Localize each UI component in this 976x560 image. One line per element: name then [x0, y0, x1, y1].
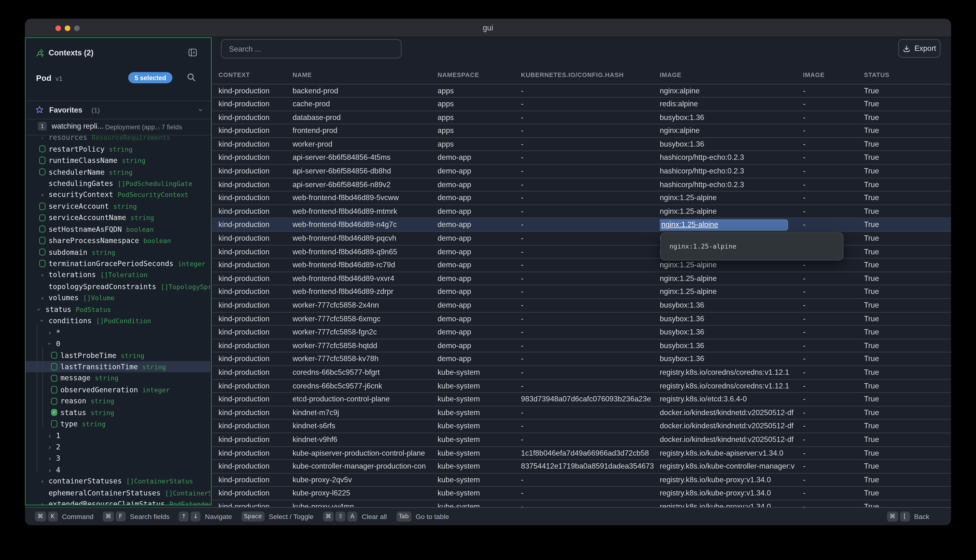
- table-row[interactable]: kind-productionkindnet-v9hf6kube-system-…: [212, 433, 951, 447]
- selected-cell[interactable]: nginx:1.25-alpine: [660, 220, 788, 230]
- table-row[interactable]: kind-productionfrontend-prodapps-nginx:a…: [212, 125, 951, 138]
- tree-item-message[interactable]: messagestring: [25, 372, 211, 384]
- table-row[interactable]: kind-productionkube-proxy-2qv5vkube-syst…: [212, 473, 951, 487]
- tree-expander[interactable]: ›: [45, 467, 55, 473]
- tree-checkbox[interactable]: [49, 398, 59, 405]
- tree-item-ephemeralContainerStatuses[interactable]: ephemeralContainerStatuses[]ContainerSta…: [25, 487, 211, 498]
- tree-item-tolerations[interactable]: ›tolerations[]Toleration: [25, 269, 211, 281]
- tree-expander[interactable]: ›: [37, 135, 47, 141]
- tree-checkbox[interactable]: [37, 237, 47, 244]
- tree-checkbox[interactable]: [49, 352, 59, 359]
- tree-expander[interactable]: ›: [45, 329, 55, 335]
- tree-expander[interactable]: ›: [45, 455, 55, 462]
- tree-checkbox[interactable]: [37, 214, 47, 222]
- favorite-item[interactable]: 1 watching repli... Deployment (app... ·…: [25, 119, 211, 134]
- tree-item-serviceAccountName[interactable]: serviceAccountNamestring: [25, 212, 211, 223]
- table-row[interactable]: kind-productionworker-777cfc5858-hqtddde…: [212, 339, 951, 353]
- tree-item-4[interactable]: ›4: [25, 464, 211, 475]
- tree-item-0[interactable]: ›0: [25, 338, 211, 350]
- tree-checkbox[interactable]: [37, 145, 47, 153]
- table-row[interactable]: kind-productionworker-777cfc5858-6xmgcde…: [212, 312, 951, 326]
- tree-checkbox[interactable]: [37, 203, 47, 210]
- table-row[interactable]: kind-productionworker-777cfc5858-2x4nnde…: [212, 299, 951, 312]
- tree-checkbox[interactable]: [37, 248, 47, 256]
- tree-expander[interactable]: ›: [37, 192, 47, 198]
- tree-item-subdomain[interactable]: subdomainstring: [25, 247, 211, 258]
- table-row[interactable]: kind-productionkube-controller-manager-p…: [212, 460, 951, 473]
- tree-expander[interactable]: ›: [37, 295, 47, 301]
- table-row[interactable]: kind-productionweb-frontend-f8bd46d89-5v…: [212, 192, 951, 205]
- tree-item-securityContext[interactable]: ›securityContextPodSecurityContext: [25, 189, 211, 201]
- tree-checkbox[interactable]: [37, 260, 47, 267]
- table-row[interactable]: kind-productiondatabase-prodapps-busybox…: [212, 111, 951, 125]
- tree-item-containerStatuses[interactable]: ›containerStatuses[]ContainerStatus: [25, 475, 211, 487]
- table-row[interactable]: kind-productionkube-apiserver-production…: [212, 447, 951, 460]
- table-row[interactable]: kind-productionbackend-prodapps-nginx:al…: [212, 84, 951, 98]
- tree-item-conditions[interactable]: ›conditions[]PodCondition: [25, 315, 211, 327]
- table-row[interactable]: kind-productionapi-server-6b6f584856-db8…: [212, 165, 951, 178]
- tree-expander[interactable]: ›: [37, 501, 47, 505]
- table-row[interactable]: kind-productionkube-proxy-l6225kube-syst…: [212, 487, 951, 500]
- tree-checkbox[interactable]: [49, 375, 59, 382]
- tree-item-extendedResourceClaimStatus[interactable]: ›extendedResourceClaimStatusPodExtendedR…: [25, 498, 211, 505]
- tree-expander[interactable]: ›: [45, 341, 55, 347]
- tree-checkbox[interactable]: [37, 157, 47, 164]
- table-row[interactable]: kind-productionkube-proxy-vv4mnkube-syst…: [212, 500, 951, 507]
- tree-item-*[interactable]: ›*: [25, 327, 211, 338]
- tree-checkbox[interactable]: [49, 363, 59, 370]
- tree-item-3[interactable]: ›3: [25, 453, 211, 464]
- tree-expander[interactable]: ›: [37, 318, 47, 324]
- table-row[interactable]: kind-productionkindnet-s6rfskube-system-…: [212, 420, 951, 433]
- tree-checkbox[interactable]: [49, 420, 59, 428]
- tree-item-serviceAccount[interactable]: serviceAccountstring: [25, 201, 211, 212]
- favorites-section-header[interactable]: Favorites (1) ›: [25, 102, 211, 119]
- tree-checkbox[interactable]: [37, 168, 47, 175]
- table-row[interactable]: kind-productionworker-777cfc5858-kv78hde…: [212, 353, 951, 366]
- resource-row[interactable]: Pod v1 5 selected: [25, 70, 211, 88]
- export-button[interactable]: Export: [898, 39, 941, 58]
- table-row[interactable]: kind-productionapi-server-6b6f584856-n89…: [212, 178, 951, 192]
- tree-item-shareProcessNamespace[interactable]: shareProcessNamespaceboolean: [25, 235, 211, 247]
- table-row[interactable]: kind-productionweb-frontend-f8bd46d89-vx…: [212, 272, 951, 285]
- tree-expander[interactable]: ›: [45, 432, 55, 438]
- column-header-image[interactable]: IMAGE: [660, 71, 803, 78]
- tree-item-terminationGracePeriodSeconds[interactable]: terminationGracePeriodSecondsinteger: [25, 258, 211, 270]
- tree-item-schedulingGates[interactable]: schedulingGates[]PodSchedulingGate: [25, 178, 211, 189]
- search-input[interactable]: [221, 39, 401, 58]
- tree-item-lastProbeTime[interactable]: lastProbeTimestring: [25, 350, 211, 361]
- tree-expander[interactable]: ›: [37, 272, 47, 278]
- table-row[interactable]: kind-productionweb-frontend-f8bd46d89-mt…: [212, 205, 951, 218]
- column-header-image[interactable]: IMAGE: [803, 71, 864, 78]
- table-row[interactable]: kind-productionweb-frontend-f8bd46d89-rc…: [212, 258, 951, 272]
- tree-expander[interactable]: ›: [45, 444, 55, 450]
- tree-item-topologySpreadConstraints[interactable]: topologySpreadConstraints[]TopologySprea…: [25, 281, 211, 292]
- tree-checkbox[interactable]: [37, 225, 47, 233]
- tree-item-type[interactable]: typestring: [25, 418, 211, 430]
- column-header-context[interactable]: CONTEXT: [219, 71, 292, 78]
- tree-item-1[interactable]: ›1: [25, 430, 211, 441]
- tree-item-status[interactable]: ✓statusstring: [25, 407, 211, 418]
- tree-item-schedulerName[interactable]: schedulerNamestring: [25, 166, 211, 178]
- table-row[interactable]: kind-productionworker-prodapps-busybox:1…: [212, 138, 951, 152]
- table-row[interactable]: kind-productionetcd-production-control-p…: [212, 393, 951, 407]
- tree-checkbox[interactable]: [49, 386, 59, 393]
- table-row[interactable]: kind-productionkindnet-m7c9jkube-system-…: [212, 407, 951, 420]
- table-row[interactable]: kind-productionworker-777cfc5858-fgn2cde…: [212, 326, 951, 339]
- collapse-panel-icon[interactable]: [188, 48, 197, 57]
- tree-item-resources[interactable]: ›resourcesResourceRequirements: [25, 135, 211, 143]
- table-row[interactable]: kind-productioncoredns-66bc5c9577-j6cnkk…: [212, 380, 951, 393]
- table-row[interactable]: kind-productionweb-frontend-f8bd46d89-n4…: [212, 218, 951, 232]
- column-header-namespace[interactable]: NAMESPACE: [438, 71, 521, 78]
- tree-expander[interactable]: ›: [34, 307, 44, 313]
- tree-expander[interactable]: ›: [37, 478, 47, 484]
- table-row[interactable]: kind-productionapi-server-6b6f584856-4t5…: [212, 152, 951, 165]
- table-row[interactable]: kind-productioncoredns-66bc5c9577-bfgrtk…: [212, 366, 951, 380]
- tree-item-restartPolicy[interactable]: restartPolicystring: [25, 143, 211, 155]
- column-header-name[interactable]: NAME: [292, 71, 438, 78]
- tree-item-volumes[interactable]: ›volumes[]Volume: [25, 292, 211, 304]
- table-row[interactable]: kind-productionweb-frontend-f8bd46d89-zd…: [212, 285, 951, 299]
- tree-item-2[interactable]: ›2: [25, 441, 211, 453]
- tree-item-observedGeneration[interactable]: observedGenerationinteger: [25, 384, 211, 395]
- column-header-status[interactable]: STATUS: [864, 71, 946, 78]
- tree-item-setHostnameAsFQDN[interactable]: setHostnameAsFQDNboolean: [25, 223, 211, 235]
